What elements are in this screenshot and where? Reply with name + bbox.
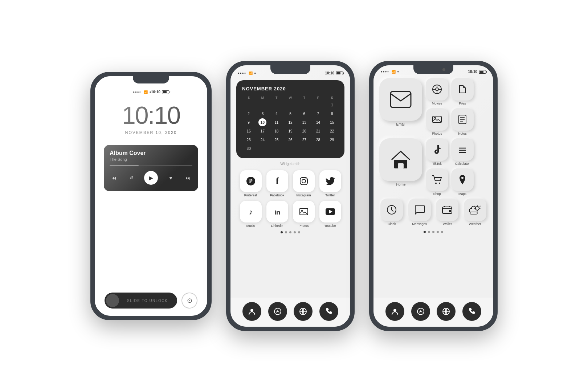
- cal-day-30[interactable]: 30: [245, 144, 253, 152]
- cal-day-28[interactable]: 28: [314, 136, 322, 144]
- cal-day-25[interactable]: 25: [273, 136, 281, 144]
- cal-day-24[interactable]: 24: [258, 136, 266, 144]
- app-notes-wrap[interactable]: Notes: [451, 108, 474, 135]
- cal-day-10-today[interactable]: 10: [258, 118, 266, 126]
- app-wallet-wrap[interactable]: Wallet: [435, 199, 460, 226]
- cal-day-23[interactable]: 23: [245, 136, 253, 144]
- dock-phone[interactable]: [319, 302, 338, 321]
- slide-to-unlock[interactable]: SLIDE TO UNLOCK: [105, 293, 177, 309]
- heart-button[interactable]: ♥: [167, 173, 175, 182]
- app-photos[interactable]: Photos: [292, 201, 315, 228]
- dock-contacts[interactable]: [385, 302, 404, 321]
- progress-bar[interactable]: [110, 165, 192, 166]
- cal-day-7[interactable]: 7: [314, 110, 322, 118]
- cal-day-17[interactable]: 17: [258, 127, 266, 135]
- cal-day-8[interactable]: 8: [328, 110, 336, 118]
- cal-day-26[interactable]: 26: [286, 136, 294, 144]
- notes-label: Notes: [458, 132, 467, 135]
- app-messages-wrap[interactable]: Messages: [407, 199, 432, 226]
- lock-date: NOVEMBER 10, 2020: [125, 130, 177, 135]
- day-header-t2: T: [298, 95, 311, 100]
- cal-day-5[interactable]: 5: [286, 110, 294, 118]
- dock-contacts[interactable]: [242, 302, 261, 321]
- cal-day-4[interactable]: 4: [273, 110, 281, 118]
- app-linkedin[interactable]: in Linkedin: [266, 201, 289, 228]
- dot-5: [298, 231, 300, 233]
- app-instagram[interactable]: Instagram: [292, 170, 315, 197]
- cal-day-11[interactable]: 11: [273, 118, 281, 126]
- svg-text:f: f: [275, 176, 279, 186]
- dock-phone[interactable]: [462, 302, 481, 321]
- cal-day-27[interactable]: 27: [300, 136, 308, 144]
- app-pinterest[interactable]: P Pinterest: [239, 170, 262, 197]
- app-photos2-wrap[interactable]: Photos: [426, 108, 448, 135]
- camera-button[interactable]: ⊙: [181, 293, 197, 309]
- app-weather-wrap[interactable]: Weather: [463, 199, 488, 226]
- skip-back-button[interactable]: ⏮: [110, 173, 118, 182]
- email-icon: [379, 78, 422, 121]
- home-icon: [379, 138, 422, 181]
- cal-day-29[interactable]: 29: [328, 136, 336, 144]
- cal-day-19[interactable]: 19: [286, 127, 294, 135]
- dock-whatsapp[interactable]: [411, 302, 430, 321]
- cal-empty: [245, 101, 253, 109]
- app-files-wrap[interactable]: Files: [451, 78, 474, 105]
- app-music[interactable]: ♪ Music: [239, 201, 262, 228]
- dock-browser[interactable]: [437, 302, 456, 321]
- cal-day-22[interactable]: 22: [328, 127, 336, 135]
- app-calculator-wrap[interactable]: Calculator: [451, 138, 474, 166]
- dot-4: [294, 231, 296, 233]
- cal-day-18[interactable]: 18: [273, 127, 281, 135]
- repeat-button[interactable]: ↺: [127, 173, 136, 182]
- cal-day-14[interactable]: 14: [314, 118, 322, 126]
- app-maps-wrap[interactable]: Maps: [451, 168, 474, 196]
- cal-day-13[interactable]: 13: [300, 118, 308, 126]
- svg-point-5: [305, 179, 306, 180]
- app-movies-wrap[interactable]: Movies: [426, 78, 448, 105]
- notch: [413, 65, 453, 74]
- cal-empty: [258, 101, 266, 109]
- dot-5: [441, 231, 443, 233]
- svg-rect-38: [449, 210, 451, 212]
- app-home-wrap[interactable]: Home: [379, 138, 422, 187]
- app-dock: [373, 298, 493, 327]
- play-pause-button[interactable]: ▶: [144, 171, 158, 185]
- cal-day-2[interactable]: 2: [245, 110, 253, 118]
- skip-forward-button[interactable]: ⏭: [184, 173, 192, 182]
- cal-empty: [273, 144, 281, 152]
- calendar-month-header: NOVEMBER 2020: [242, 86, 339, 91]
- day-header-s1: S: [242, 95, 255, 100]
- app-tiktok-wrap[interactable]: TikTok: [426, 138, 448, 166]
- tiktok-label: TikTok: [432, 162, 442, 166]
- svg-point-17: [436, 88, 438, 91]
- app-email-wrap[interactable]: Email: [379, 78, 422, 126]
- day-header-w: W: [284, 95, 297, 100]
- cal-day-6[interactable]: 6: [300, 110, 308, 118]
- app-youtube[interactable]: Youtube: [319, 201, 342, 228]
- youtube-label: Youtube: [324, 224, 336, 228]
- cal-day-15[interactable]: 15: [328, 118, 336, 126]
- app-shop-wrap[interactable]: Shop: [426, 168, 448, 196]
- cal-day-12[interactable]: 12: [286, 118, 294, 126]
- app-facebook[interactable]: f Facebook: [266, 170, 289, 197]
- weather-label: Weather: [469, 222, 481, 226]
- app-clock-wrap[interactable]: Clock: [379, 199, 404, 226]
- dock-browser[interactable]: [294, 302, 313, 321]
- calculator-icon: [451, 138, 474, 161]
- dock-whatsapp[interactable]: [268, 302, 287, 321]
- cal-day-1[interactable]: 1: [328, 101, 336, 109]
- cal-day-21[interactable]: 21: [314, 127, 322, 135]
- day-header-m: M: [256, 95, 269, 100]
- facebook-label: Facebook: [270, 193, 285, 197]
- cal-empty: [300, 101, 308, 109]
- battery-icon: [162, 90, 169, 94]
- app-twitter[interactable]: Twitter: [319, 170, 342, 197]
- cal-day-16[interactable]: 16: [245, 127, 253, 135]
- music-label: Music: [246, 224, 255, 228]
- slide-label: SLIDE TO UNLOCK: [119, 299, 176, 303]
- cal-day-20[interactable]: 20: [300, 127, 308, 135]
- notch: [133, 76, 169, 83]
- day-header-s2: S: [326, 95, 339, 100]
- cal-day-3[interactable]: 3: [258, 110, 266, 118]
- cal-day-9[interactable]: 9: [245, 118, 253, 126]
